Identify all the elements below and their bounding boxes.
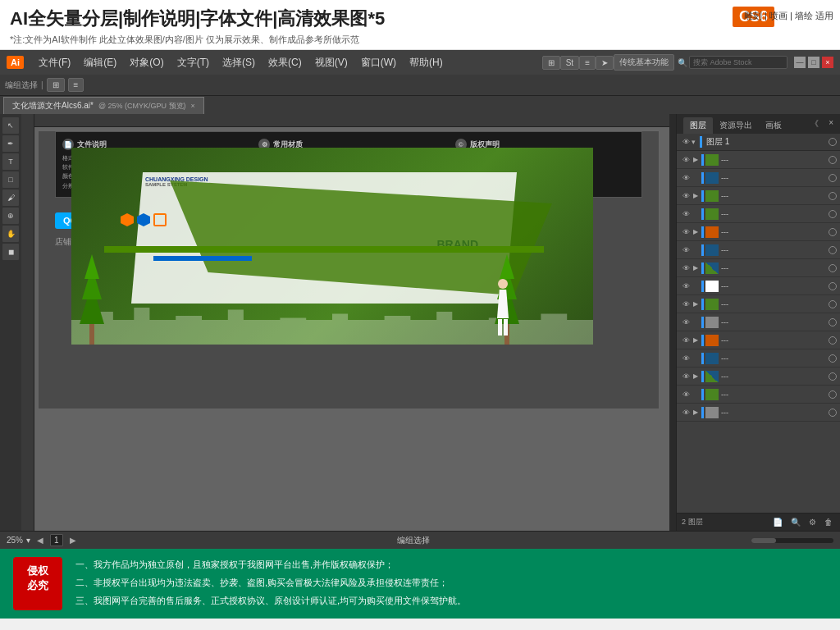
layer-item[interactable]: 👁 ▶ --- [677, 223, 840, 241]
zoom-down-icon[interactable]: ▾ [26, 536, 30, 545]
align-button[interactable]: ⊞ [47, 78, 65, 92]
close-button[interactable]: × [822, 57, 833, 68]
layer-circle[interactable] [829, 174, 837, 182]
layer-item[interactable]: 👁 ▶ --- [677, 368, 840, 386]
menu-help[interactable]: 帮助(H) [403, 52, 450, 73]
brush-tool[interactable]: 🖌 [2, 189, 19, 206]
layer-expand-btn[interactable]: ▶ [692, 371, 700, 382]
layer-item[interactable]: 👁 ▶ --- [677, 295, 840, 313]
layer-eye[interactable]: 👁 [680, 335, 692, 346]
layer-circle[interactable] [829, 390, 837, 399]
layer-options-btn[interactable]: ⚙ [806, 517, 819, 527]
arrange-button[interactable]: ⊞ [542, 56, 560, 70]
menu-view[interactable]: 视图(V) [308, 52, 354, 73]
stock-search[interactable] [689, 56, 788, 69]
layer-circle[interactable] [829, 246, 837, 254]
layer-eye[interactable]: 👁 [680, 407, 692, 418]
layer-eye[interactable]: 👁 [680, 190, 692, 202]
layer-circle[interactable] [829, 300, 837, 308]
tab-artboards[interactable]: 画板 [759, 117, 788, 134]
layer-expand-btn[interactable] [692, 244, 700, 256]
vertical-scrollbar[interactable] [669, 114, 676, 531]
layer-expand-btn[interactable]: ▶ [692, 226, 700, 238]
panel-menu-button[interactable]: × [825, 117, 837, 130]
menu-object[interactable]: 对象(O) [123, 52, 170, 73]
shape-tool[interactable]: □ [2, 171, 19, 188]
layer-item[interactable]: 👁 --- [677, 277, 840, 295]
layer-item[interactable]: 👁 ▶ --- [677, 404, 840, 422]
st-button[interactable]: St [560, 56, 579, 70]
layer-eye[interactable]: 👁 [680, 389, 692, 400]
menu-text[interactable]: 文字(T) [171, 52, 216, 73]
fill-tool[interactable]: ◼ [2, 244, 19, 260]
select-tool[interactable]: ↖ [2, 117, 19, 134]
layer-item[interactable]: 👁 ▶ --- [677, 151, 840, 169]
layer-item[interactable]: 👁 --- [677, 313, 840, 331]
layer-circle[interactable] [829, 264, 837, 272]
layer-expand-icon[interactable]: ▾ [692, 138, 696, 146]
minimize-button[interactable]: — [794, 57, 806, 68]
layer-eye[interactable]: 👁 [680, 353, 692, 364]
layer-circle[interactable] [829, 354, 837, 363]
layer-expand-btn[interactable] [692, 353, 700, 364]
send-button[interactable]: ➤ [596, 56, 614, 70]
layer-expand-btn[interactable] [692, 389, 700, 400]
layer-main-eye[interactable]: 👁 [680, 136, 692, 148]
workspace-dropdown[interactable]: 传统基本功能 [614, 54, 674, 71]
nav-prev-btn[interactable]: ◀ [37, 536, 43, 545]
layer-eye[interactable]: 👁 [680, 317, 692, 328]
layer-item[interactable]: 👁 ▶ --- [677, 259, 840, 277]
distribute-button[interactable]: ≡ [68, 78, 84, 92]
layer-item[interactable]: 👁 --- [677, 349, 840, 368]
layer-eye[interactable]: 👁 [680, 172, 692, 184]
layer-circle[interactable] [829, 372, 837, 381]
maximize-button[interactable]: □ [808, 57, 819, 68]
layer-expand-btn[interactable]: ▶ [692, 299, 700, 310]
pen-tool[interactable]: ✒ [2, 135, 19, 152]
layer-expand-btn[interactable]: ▶ [692, 190, 700, 202]
layer-item[interactable]: 👁 --- [677, 241, 840, 259]
tab-layers[interactable]: 图层 [683, 117, 713, 134]
layer-expand-btn[interactable]: ▶ [692, 262, 700, 274]
tab-assets[interactable]: 资源导出 [713, 117, 759, 134]
layer-circle[interactable] [829, 409, 837, 417]
layer-circle[interactable] [829, 336, 837, 345]
layer-circle[interactable] [829, 192, 837, 200]
layer-expand-btn[interactable]: ▶ [692, 154, 700, 166]
delete-layer-btn[interactable]: 🗑 [822, 517, 835, 527]
layer-expand-btn[interactable] [692, 208, 700, 220]
menu-window[interactable]: 窗口(W) [354, 52, 403, 73]
hand-tool[interactable]: ✋ [2, 226, 19, 242]
type-tool[interactable]: T [2, 153, 19, 170]
layer-item[interactable]: 👁 ▶ --- [677, 331, 840, 349]
zoom-tool[interactable]: ⊕ [2, 208, 19, 224]
layer-expand-btn[interactable] [692, 281, 700, 292]
layer-circle[interactable] [829, 282, 837, 290]
tab-close-button[interactable]: × [191, 102, 195, 110]
layer-eye[interactable]: 👁 [680, 208, 692, 220]
layer-eye[interactable]: 👁 [680, 262, 692, 274]
layer-circle[interactable] [829, 210, 837, 218]
search-layer-btn[interactable]: 🔍 [788, 517, 803, 527]
layer-item[interactable]: 👁 ▶ --- [677, 187, 840, 205]
layer-expand-btn[interactable]: ▶ [692, 335, 700, 346]
layer-circle[interactable] [829, 318, 837, 326]
layer-eye[interactable]: 👁 [680, 371, 692, 382]
layer-item[interactable]: 👁 --- [677, 386, 840, 404]
zoom-control[interactable]: 25% ▾ [7, 536, 30, 545]
layer-item[interactable]: 👁 --- [677, 169, 840, 187]
menu-effect[interactable]: 效果(C) [262, 52, 308, 73]
panel-collapse-button[interactable]: 《 [807, 117, 822, 130]
layer-eye[interactable]: 👁 [680, 281, 692, 292]
layer-expand-btn[interactable] [692, 317, 700, 328]
new-layer-page-btn[interactable]: 📄 [770, 517, 785, 527]
layer-eye[interactable]: 👁 [680, 154, 692, 166]
menu-file[interactable]: 文件(F) [32, 52, 77, 73]
nav-next-btn[interactable]: ▶ [70, 536, 76, 545]
layer-circle[interactable] [829, 156, 837, 164]
menu-select[interactable]: 选择(S) [216, 52, 262, 73]
layer-eye[interactable]: 👁 [680, 299, 692, 310]
mode-button[interactable]: ≡ [579, 56, 596, 70]
document-tab[interactable]: 文化墙源文件Alcs6.ai* @ 25% (CMYK/GPU 预览) × [3, 97, 204, 114]
page-input[interactable]: 1 [50, 534, 63, 546]
